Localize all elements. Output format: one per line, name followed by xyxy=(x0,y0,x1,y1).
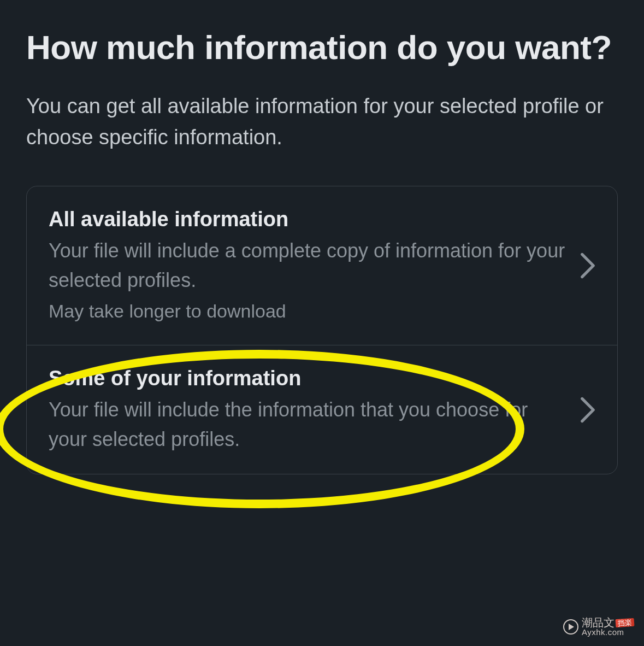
watermark-badge: 挡楽 xyxy=(616,618,635,627)
chevron-right-icon xyxy=(580,252,595,279)
page-subtitle: You can get all available information fo… xyxy=(26,91,618,153)
option-content: Some of your information Your file will … xyxy=(49,365,569,454)
watermark-chinese: 潮品文 xyxy=(582,617,615,628)
watermark-url: Ayxhk.com xyxy=(582,628,624,636)
watermark-text: 潮品文 挡楽 Ayxhk.com xyxy=(582,617,634,636)
option-some-information[interactable]: Some of your information Your file will … xyxy=(27,345,617,474)
option-all-information[interactable]: All available information Your file will… xyxy=(27,186,617,345)
page-title: How much information do you want? xyxy=(26,26,618,69)
svg-marker-0 xyxy=(569,624,574,630)
options-card: All available information Your file will… xyxy=(26,186,618,475)
watermark: 潮品文 挡楽 Ayxhk.com xyxy=(563,617,634,636)
option-description: Your file will include a complete copy o… xyxy=(49,236,569,295)
play-icon xyxy=(563,619,578,635)
option-description: Your file will include the information t… xyxy=(49,395,569,454)
chevron-right-icon xyxy=(580,397,595,423)
option-title: All available information xyxy=(49,206,569,233)
option-content: All available information Your file will… xyxy=(49,206,569,325)
option-title: Some of your information xyxy=(49,365,569,392)
option-note: May take longer to download xyxy=(49,297,569,325)
